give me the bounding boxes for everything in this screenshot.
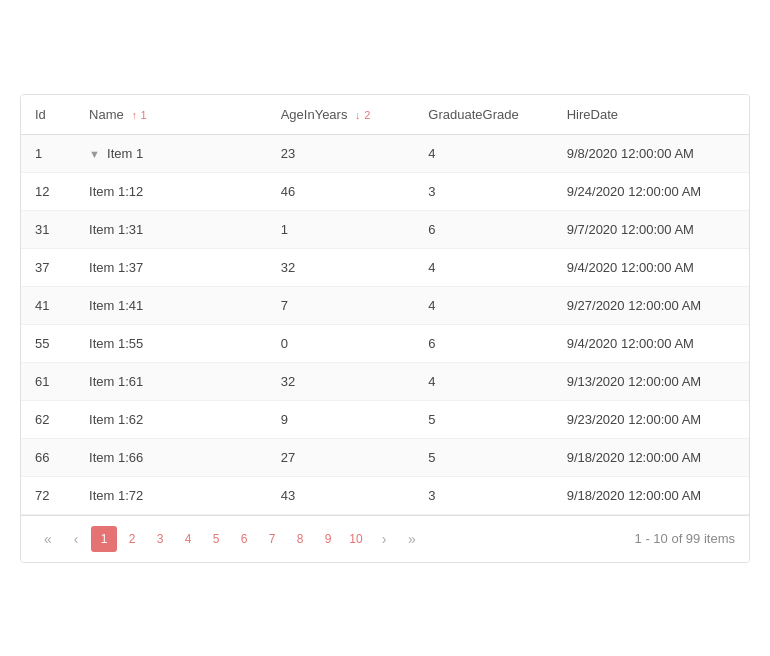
sort-up-icon: ↑ <box>131 109 137 121</box>
page-button-2[interactable]: 2 <box>119 526 145 552</box>
pagination-bar: « ‹ 12345678910 › » 1 - 10 of 99 items <box>21 515 749 562</box>
cell-id: 37 <box>21 248 75 286</box>
cell-age: 9 <box>267 400 415 438</box>
table-row: 41Item 1:41749/27/2020 12:00:00 AM <box>21 286 749 324</box>
cell-hire: 9/24/2020 12:00:00 AM <box>553 172 749 210</box>
expand-icon[interactable]: ▼ <box>89 148 103 160</box>
next-page-button[interactable]: › <box>371 526 397 552</box>
cell-age: 46 <box>267 172 415 210</box>
page-button-4[interactable]: 4 <box>175 526 201 552</box>
table-row: 61Item 1:613249/13/2020 12:00:00 AM <box>21 362 749 400</box>
cell-grade: 4 <box>414 134 552 172</box>
pagination-controls: « ‹ 12345678910 › » <box>35 526 425 552</box>
table-row: 1▼ Item 12349/8/2020 12:00:00 AM <box>21 134 749 172</box>
cell-grade: 4 <box>414 286 552 324</box>
cell-hire: 9/18/2020 12:00:00 AM <box>553 476 749 514</box>
table-row: 31Item 1:31169/7/2020 12:00:00 AM <box>21 210 749 248</box>
cell-grade: 6 <box>414 210 552 248</box>
cell-hire: 9/7/2020 12:00:00 AM <box>553 210 749 248</box>
cell-grade: 5 <box>414 400 552 438</box>
cell-grade: 5 <box>414 438 552 476</box>
data-grid: Id Name ↑ 1 AgeInYears ↓ 2 GraduateGrade… <box>20 94 750 563</box>
cell-name: Item 1:66 <box>75 438 267 476</box>
cell-name: Item 1:55 <box>75 324 267 362</box>
page-button-10[interactable]: 10 <box>343 526 369 552</box>
cell-id: 66 <box>21 438 75 476</box>
page-button-5[interactable]: 5 <box>203 526 229 552</box>
cell-hire: 9/18/2020 12:00:00 AM <box>553 438 749 476</box>
page-button-6[interactable]: 6 <box>231 526 257 552</box>
cell-id: 55 <box>21 324 75 362</box>
cell-age: 27 <box>267 438 415 476</box>
sort-num-age: 2 <box>364 109 370 121</box>
page-button-7[interactable]: 7 <box>259 526 285 552</box>
cell-age: 1 <box>267 210 415 248</box>
cell-hire: 9/13/2020 12:00:00 AM <box>553 362 749 400</box>
table-body: 1▼ Item 12349/8/2020 12:00:00 AM12Item 1… <box>21 134 749 514</box>
cell-grade: 3 <box>414 476 552 514</box>
cell-grade: 4 <box>414 362 552 400</box>
table-row: 62Item 1:62959/23/2020 12:00:00 AM <box>21 400 749 438</box>
page-button-8[interactable]: 8 <box>287 526 313 552</box>
cell-age: 7 <box>267 286 415 324</box>
page-button-1[interactable]: 1 <box>91 526 117 552</box>
page-number-buttons: 12345678910 <box>91 526 369 552</box>
table-row: 37Item 1:373249/4/2020 12:00:00 AM <box>21 248 749 286</box>
page-button-3[interactable]: 3 <box>147 526 173 552</box>
cell-name: ▼ Item 1 <box>75 134 267 172</box>
cell-id: 12 <box>21 172 75 210</box>
last-page-button[interactable]: » <box>399 526 425 552</box>
cell-hire: 9/27/2020 12:00:00 AM <box>553 286 749 324</box>
cell-grade: 4 <box>414 248 552 286</box>
cell-age: 43 <box>267 476 415 514</box>
column-header-age[interactable]: AgeInYears ↓ 2 <box>267 95 415 135</box>
column-header-hire[interactable]: HireDate <box>553 95 749 135</box>
sort-num-name: 1 <box>141 109 147 121</box>
cell-id: 31 <box>21 210 75 248</box>
cell-name: Item 1:37 <box>75 248 267 286</box>
sort-down-icon: ↓ <box>355 109 361 121</box>
table-row: 55Item 1:55069/4/2020 12:00:00 AM <box>21 324 749 362</box>
cell-grade: 6 <box>414 324 552 362</box>
table-header-row: Id Name ↑ 1 AgeInYears ↓ 2 GraduateGrade… <box>21 95 749 135</box>
column-header-grade[interactable]: GraduateGrade <box>414 95 552 135</box>
table-row: 66Item 1:662759/18/2020 12:00:00 AM <box>21 438 749 476</box>
cell-age: 23 <box>267 134 415 172</box>
cell-id: 61 <box>21 362 75 400</box>
cell-hire: 9/4/2020 12:00:00 AM <box>553 324 749 362</box>
cell-name: Item 1:62 <box>75 400 267 438</box>
first-page-button[interactable]: « <box>35 526 61 552</box>
page-button-9[interactable]: 9 <box>315 526 341 552</box>
cell-age: 0 <box>267 324 415 362</box>
data-table: Id Name ↑ 1 AgeInYears ↓ 2 GraduateGrade… <box>21 95 749 515</box>
table-row: 12Item 1:124639/24/2020 12:00:00 AM <box>21 172 749 210</box>
cell-grade: 3 <box>414 172 552 210</box>
cell-id: 1 <box>21 134 75 172</box>
cell-id: 41 <box>21 286 75 324</box>
table-row: 72Item 1:724339/18/2020 12:00:00 AM <box>21 476 749 514</box>
cell-id: 72 <box>21 476 75 514</box>
cell-age: 32 <box>267 248 415 286</box>
cell-age: 32 <box>267 362 415 400</box>
cell-id: 62 <box>21 400 75 438</box>
cell-hire: 9/4/2020 12:00:00 AM <box>553 248 749 286</box>
prev-page-button[interactable]: ‹ <box>63 526 89 552</box>
cell-name: Item 1:72 <box>75 476 267 514</box>
column-header-id[interactable]: Id <box>21 95 75 135</box>
page-summary: 1 - 10 of 99 items <box>635 531 735 546</box>
column-header-name[interactable]: Name ↑ 1 <box>75 95 267 135</box>
cell-name: Item 1:12 <box>75 172 267 210</box>
cell-name: Item 1:31 <box>75 210 267 248</box>
cell-hire: 9/23/2020 12:00:00 AM <box>553 400 749 438</box>
cell-name: Item 1:61 <box>75 362 267 400</box>
cell-hire: 9/8/2020 12:00:00 AM <box>553 134 749 172</box>
cell-name: Item 1:41 <box>75 286 267 324</box>
